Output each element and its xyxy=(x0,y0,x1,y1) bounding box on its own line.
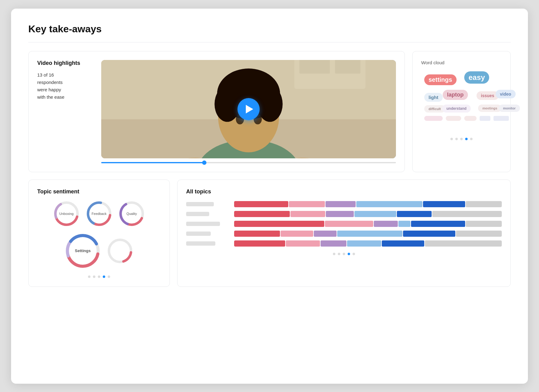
word-cloud-dots xyxy=(421,138,502,140)
topic-bars-3 xyxy=(234,221,502,227)
word-tag-monitor[interactable]: monitor xyxy=(499,105,520,112)
topics-dot-2[interactable] xyxy=(338,253,340,255)
word-cloud-card: Word cloud settings easy light laptop is… xyxy=(412,51,511,172)
topics-dot-1[interactable] xyxy=(333,253,335,255)
video-left: Video highlights 13 of 16 respondents we… xyxy=(37,60,93,101)
bar-red-5 xyxy=(234,240,285,247)
sentiment-circles-area: Unboxing Feedback xyxy=(37,200,161,269)
bar-pink-3 xyxy=(325,221,373,227)
play-button[interactable] xyxy=(238,98,260,120)
dot-3[interactable] xyxy=(460,138,463,140)
dot-1[interactable] xyxy=(450,138,453,140)
donut-unboxing-label: Unboxing xyxy=(59,212,74,216)
bar-blue-4 xyxy=(403,231,455,237)
word-tag-video[interactable]: video xyxy=(496,90,516,98)
word-tag-meetings[interactable]: meetings xyxy=(478,105,501,112)
donut-feedback-label: Feedback xyxy=(92,212,106,216)
bar-gray-5 xyxy=(425,240,502,247)
bottom-row: Topic sentiment Unboxing xyxy=(28,180,511,287)
bar-bluelight-1 xyxy=(356,201,422,207)
word-tag-light[interactable]: light xyxy=(424,93,443,102)
bar-lavender-4 xyxy=(314,231,337,237)
topic-row-4 xyxy=(186,231,502,237)
sentiment-row-2: Settings xyxy=(64,232,134,269)
topic-bars-5 xyxy=(234,240,502,247)
topic-label-bar-2 xyxy=(186,212,209,216)
bar-gray-1 xyxy=(466,201,502,207)
word-cloud-title: Word cloud xyxy=(421,60,502,65)
sentiment-dot-5[interactable] xyxy=(108,275,110,278)
word-tag-understand[interactable]: understand xyxy=(442,105,471,113)
bar-blue-2 xyxy=(397,211,432,217)
video-thumbnail[interactable] xyxy=(101,60,396,158)
page-title: Key take-aways xyxy=(28,23,511,35)
topics-dot-5[interactable] xyxy=(353,253,355,255)
donut-feedback[interactable]: Feedback xyxy=(85,200,113,228)
divider xyxy=(28,42,511,42)
word-tag-faded4 xyxy=(480,116,490,121)
topic-label-col-1 xyxy=(186,202,229,206)
sentiment-dot-2[interactable] xyxy=(93,275,95,278)
topic-row-3 xyxy=(186,221,502,227)
bar-pink-2 xyxy=(290,211,325,217)
topics-dots xyxy=(186,253,502,255)
video-highlights-card: Video highlights 13 of 16 respondents we… xyxy=(28,51,405,172)
topic-label-col-4 xyxy=(186,232,229,236)
all-topics-title: All topics xyxy=(186,188,502,195)
bar-red-2 xyxy=(234,211,290,217)
progress-thumb[interactable] xyxy=(202,160,206,165)
bar-blue-1 xyxy=(423,201,465,207)
topic-label-col-2 xyxy=(186,212,229,216)
dot-2[interactable] xyxy=(455,138,458,140)
donut-unboxing[interactable]: Unboxing xyxy=(53,200,80,228)
video-progress xyxy=(101,162,396,163)
word-tag-faded3 xyxy=(464,116,477,121)
top-row: Video highlights 13 of 16 respondents we… xyxy=(28,51,511,172)
bar-bluelight-4 xyxy=(337,231,402,237)
topic-label-bar-3 xyxy=(186,222,220,226)
svg-rect-3 xyxy=(299,60,330,73)
donut-empty[interactable] xyxy=(106,237,134,265)
topic-row-5 xyxy=(186,240,502,247)
topics-chart xyxy=(186,201,502,247)
bar-bluelight-3 xyxy=(398,221,410,227)
sentiment-dot-1[interactable] xyxy=(88,275,90,278)
svg-point-10 xyxy=(214,86,240,122)
svg-rect-4 xyxy=(335,60,361,73)
progress-track[interactable] xyxy=(101,162,396,163)
topic-row-2 xyxy=(186,211,502,217)
all-topics-card: All topics xyxy=(177,180,511,287)
bar-blue-5 xyxy=(382,240,425,247)
donut-quality[interactable]: Quality xyxy=(118,200,146,228)
donut-quality-label: Quality xyxy=(126,212,137,216)
sentiment-dot-4[interactable] xyxy=(103,275,105,278)
sentiment-dots xyxy=(37,275,161,278)
bar-pink-1 xyxy=(289,201,325,207)
dot-5[interactable] xyxy=(470,138,473,140)
topic-row-1 xyxy=(186,201,502,207)
video-description: 13 of 16 respondents were happy with the… xyxy=(37,71,93,101)
bar-bluelight-2 xyxy=(354,211,396,217)
app-container: Key take-aways Video highlights 13 of 16… xyxy=(11,9,528,384)
word-tag-issues[interactable]: issues xyxy=(477,91,499,100)
dot-4[interactable] xyxy=(465,138,468,140)
topic-sentiment-title: Topic sentiment xyxy=(37,188,161,195)
word-tag-faded5 xyxy=(493,116,509,121)
topic-sentiment-card: Topic sentiment Unboxing xyxy=(28,180,170,287)
bar-lavender-5 xyxy=(321,240,346,247)
bar-red-1 xyxy=(234,201,288,207)
bar-bluelight-5 xyxy=(347,240,381,247)
word-tag-laptop[interactable]: laptop xyxy=(443,90,468,100)
donut-settings[interactable]: Settings xyxy=(64,232,101,269)
bar-blue-3 xyxy=(411,221,465,227)
play-icon xyxy=(246,105,253,113)
word-tag-easy[interactable]: easy xyxy=(464,71,489,84)
topics-dot-3[interactable] xyxy=(343,253,345,255)
bar-gray-4 xyxy=(456,231,502,237)
bar-red-3 xyxy=(234,221,324,227)
word-tag-settings[interactable]: settings xyxy=(424,74,457,85)
sentiment-dot-3[interactable] xyxy=(98,275,100,278)
bar-gray-2 xyxy=(432,211,502,217)
bar-lavender-3 xyxy=(374,221,398,227)
topics-dot-4[interactable] xyxy=(348,253,350,255)
